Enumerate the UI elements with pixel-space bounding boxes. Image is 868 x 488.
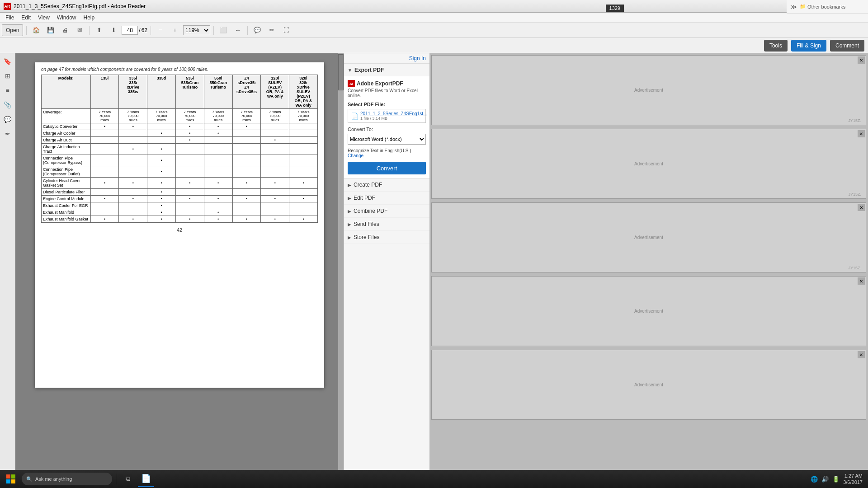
ad-close-5[interactable]: ✕ xyxy=(858,351,865,358)
main-area: 🔖 ⊞ ≡ 📎 💬 ✒ on page 47 for models which … xyxy=(0,53,868,488)
menu-file[interactable]: File xyxy=(2,14,18,22)
zoom-in-btn[interactable]: + xyxy=(169,24,181,36)
edit-pdf-section[interactable]: ▶ Edit PDF xyxy=(344,192,429,205)
dot-cell xyxy=(289,189,318,196)
combine-pdf-section[interactable]: ▶ Combine PDF xyxy=(344,205,429,218)
bookmarks-more-icon[interactable]: ≫ xyxy=(790,3,797,10)
ad-close-4[interactable]: ✕ xyxy=(858,277,865,285)
dot-cell: • xyxy=(147,178,176,189)
taskbar-adobe-icon[interactable]: 📄 xyxy=(138,471,154,487)
pdf-file-name[interactable]: 2011_1_3_5Series_Z4SEng1st... xyxy=(360,111,427,116)
dot-cell: • xyxy=(147,216,176,223)
col-535i-header: 535i535iGranTurismo xyxy=(176,75,204,109)
toolbar-print-btn[interactable]: 🖨 xyxy=(59,24,71,36)
send-files-section[interactable]: ▶ Send Files xyxy=(344,218,429,231)
dot-cell xyxy=(289,209,318,216)
far-right-area: ✕ Advertisement JY15Z. ✕ Advertisement J… xyxy=(429,53,868,488)
tray-volume-icon[interactable]: 🔊 xyxy=(821,476,829,483)
menu-window[interactable]: Window xyxy=(53,14,80,22)
start-button[interactable] xyxy=(2,471,20,487)
comment-button[interactable]: Comment xyxy=(830,40,864,52)
toolbar-next-btn[interactable]: ⬇ xyxy=(107,24,120,36)
sign-in-link[interactable]: Sign In xyxy=(409,55,426,61)
page-sep: / xyxy=(139,27,140,33)
zoom-select[interactable]: 119% 50% 75% 100% 150% 200% xyxy=(183,25,210,35)
scroll-bar[interactable]: ▲ ▼ xyxy=(338,53,344,488)
dot-cell xyxy=(147,123,176,130)
menu-help[interactable]: Help xyxy=(80,14,99,22)
convert-button[interactable]: Convert xyxy=(348,162,426,174)
dot-cell xyxy=(289,202,318,209)
dot-cell: • xyxy=(119,178,147,189)
sidebar-attach-icon[interactable]: 📎 xyxy=(1,99,14,111)
toolbar-home-btn[interactable]: 🏠 xyxy=(30,24,42,36)
sidebar-thumbs-icon[interactable]: ⊞ xyxy=(1,70,14,82)
ad-close-1[interactable]: ✕ xyxy=(858,56,865,64)
toolbar-prev-btn[interactable]: ⬆ xyxy=(93,24,105,36)
export-chevron-icon: ▼ xyxy=(348,68,352,73)
convert-to-select[interactable]: Microsoft Word (*.docx) Microsoft Excel … xyxy=(348,134,426,145)
dot-cell xyxy=(261,123,289,130)
menu-edit[interactable]: Edit xyxy=(18,14,34,22)
ad-close-3[interactable]: ✕ xyxy=(858,204,865,211)
fill-sign-button[interactable]: Fill & Sign xyxy=(791,40,826,52)
dot-cell xyxy=(119,202,147,209)
open-button[interactable]: Open xyxy=(2,24,23,36)
tray-clock[interactable]: 1:27 AM 3/6/2017 xyxy=(843,473,863,486)
toolbar-email-btn[interactable]: ✉ xyxy=(73,24,86,36)
dot-cell: • xyxy=(90,178,119,189)
dot-cell: • xyxy=(204,130,232,137)
sidebar-layers-icon[interactable]: ≡ xyxy=(1,84,14,97)
taskbar-search[interactable]: 🔍 Ask me anything xyxy=(22,473,112,485)
page-input[interactable] xyxy=(122,26,138,35)
dot-cell: • xyxy=(261,137,289,144)
create-pdf-section[interactable]: ▶ Create PDF xyxy=(344,178,429,192)
win-logo-green xyxy=(11,474,15,479)
pdf-viewer-area[interactable]: on page 47 for models which components a… xyxy=(15,53,344,488)
zoom-out-btn[interactable]: − xyxy=(154,24,167,36)
dot-cell: • xyxy=(232,123,261,130)
dot-cell xyxy=(232,130,261,137)
sidebar-bookmark-icon[interactable]: 🔖 xyxy=(1,55,14,68)
dot-cell: • xyxy=(119,144,147,155)
dot-cell xyxy=(147,137,176,144)
dot-cell xyxy=(90,209,119,216)
change-link[interactable]: Change xyxy=(348,153,363,158)
table-row: Connection Pipe (Compressor Outlet)• xyxy=(42,166,318,178)
store-files-section[interactable]: ▶ Store Files xyxy=(344,231,429,244)
dot-cell xyxy=(289,166,318,178)
dot-cell xyxy=(289,155,318,166)
col-550i-header: 550i550iGranTurismo xyxy=(204,75,232,109)
export-pdf-header[interactable]: ▼ Export PDF xyxy=(344,64,429,76)
sign-in-bar: Sign In xyxy=(344,53,429,64)
table-row: Exhaust Manifold•• xyxy=(42,209,318,216)
task-view-btn[interactable]: ⧉ xyxy=(120,471,136,487)
tray-battery-icon[interactable]: 🔋 xyxy=(832,476,840,483)
fit-page-btn[interactable]: ⬜ xyxy=(217,24,230,36)
menu-view[interactable]: View xyxy=(34,14,53,22)
scroll-thumb[interactable] xyxy=(338,54,344,90)
dot-cell: • xyxy=(147,209,176,216)
tray-network-icon[interactable]: 🌐 xyxy=(811,476,818,483)
component-name: Exhaust Manifold xyxy=(42,209,91,216)
bookmarks-bar: ≫ 📁 Other bookmarks xyxy=(787,0,868,14)
fullscreen-btn[interactable]: ⛶ xyxy=(280,24,292,36)
dot-cell xyxy=(261,189,289,196)
bookmarks-folder[interactable]: 📁 Other bookmarks xyxy=(800,4,845,9)
toolbar-save-btn[interactable]: 💾 xyxy=(44,24,57,36)
edit-pdf-label: Edit PDF xyxy=(354,195,375,201)
parts-table: Models: 135i 335i335ixDrive335is 335d 53… xyxy=(41,75,318,223)
dot-cell xyxy=(119,130,147,137)
page-nav: / 62 xyxy=(122,26,147,35)
sidebar-pen-icon[interactable]: ✒ xyxy=(1,127,14,140)
fit-width-btn[interactable]: ↔ xyxy=(231,24,244,36)
sidebar-comment-icon[interactable]: 💬 xyxy=(1,113,14,126)
table-row: Charge Air Duct•• xyxy=(42,137,318,144)
annotation-btn[interactable]: 💬 xyxy=(251,24,264,36)
toolbar-sep-3 xyxy=(151,26,151,35)
ad-close-2[interactable]: ✕ xyxy=(858,130,865,137)
dot-cell: • xyxy=(289,196,318,202)
toolbar-sep-4 xyxy=(213,26,214,35)
markup-btn[interactable]: ✏ xyxy=(265,24,278,36)
tools-button[interactable]: Tools xyxy=(764,40,788,52)
